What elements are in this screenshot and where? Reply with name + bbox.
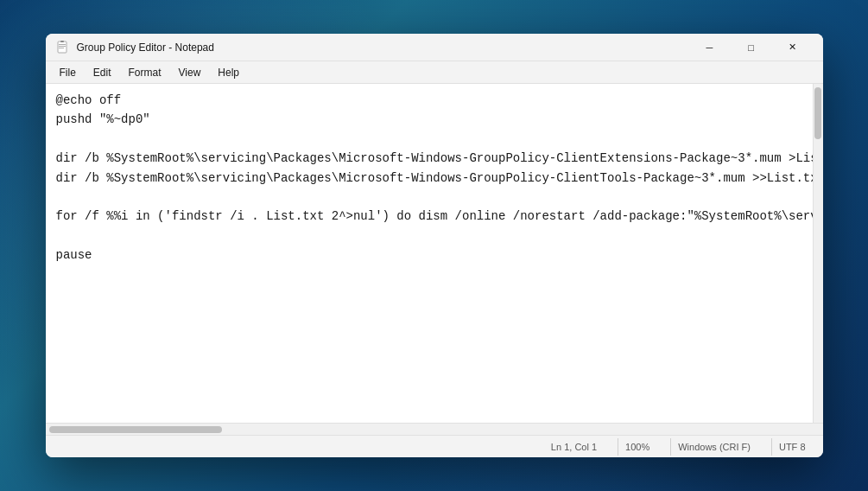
minimize-button[interactable]: ─ [690, 34, 730, 61]
svg-rect-4 [60, 41, 64, 42]
menu-file[interactable]: File [53, 63, 83, 82]
status-position: Ln 1, Col 1 [544, 438, 604, 456]
menu-bar: File Edit Format View Help [46, 61, 823, 84]
status-line-endings: Windows (CRI F) [670, 438, 757, 456]
maximize-button[interactable]: □ [732, 34, 771, 61]
status-bar: Ln 1, Col 1 100% Windows (CRI F) UTF 8 [46, 435, 823, 457]
content-area: @echo off pushd "%~dp0" dir /b %SystemRo… [46, 84, 823, 423]
status-zoom: 100% [618, 438, 656, 456]
close-button[interactable]: ✕ [773, 34, 813, 61]
horizontal-scrollbar-container [46, 423, 823, 435]
window-title: Group Policy Editor - Notepad [77, 41, 214, 54]
title-bar-left: Group Policy Editor - Notepad [56, 41, 214, 54]
title-bar-controls: ─ □ ✕ [690, 34, 813, 61]
scrollbar-thumb-h[interactable] [49, 426, 222, 433]
svg-rect-2 [59, 46, 66, 47]
notepad-icon [56, 41, 70, 54]
title-bar: Group Policy Editor - Notepad ─ □ ✕ [46, 34, 823, 61]
text-editor[interactable]: @echo off pushd "%~dp0" dir /b %SystemRo… [46, 84, 813, 423]
scrollbar-thumb-v[interactable] [814, 87, 821, 139]
status-encoding: UTF 8 [771, 438, 813, 456]
menu-format[interactable]: Format [122, 63, 168, 82]
svg-rect-0 [58, 41, 67, 53]
menu-edit[interactable]: Edit [86, 63, 118, 82]
svg-rect-1 [59, 44, 66, 45]
svg-rect-3 [59, 48, 64, 48]
status-section: Ln 1, Col 1 100% Windows (CRI F) UTF 8 [544, 438, 813, 456]
notepad-window: Group Policy Editor - Notepad ─ □ ✕ File… [46, 34, 823, 457]
vertical-scrollbar[interactable] [813, 84, 823, 423]
menu-help[interactable]: Help [211, 63, 246, 82]
menu-view[interactable]: View [172, 63, 208, 82]
